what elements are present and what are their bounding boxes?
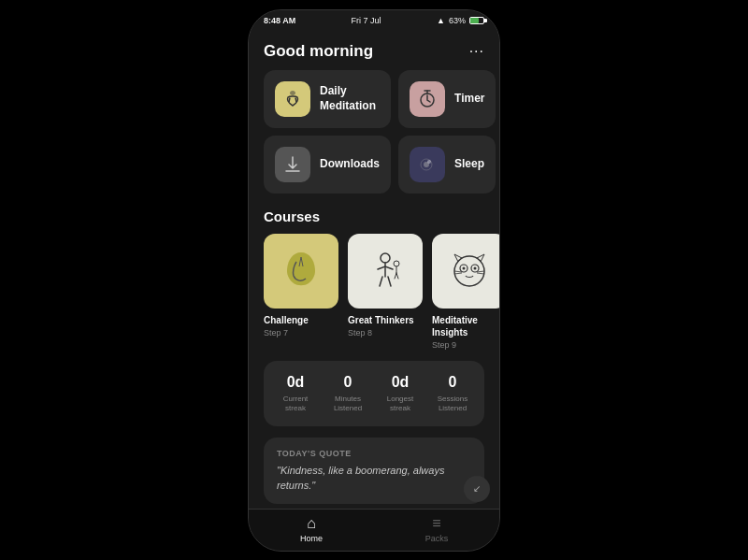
sleep-label: Sleep	[454, 157, 484, 172]
timer-icon	[410, 81, 445, 117]
daily-meditation-card[interactable]: Daily Meditation	[264, 70, 391, 128]
stats-card: 0d Current streak 0 Minutes Listened 0d …	[264, 361, 484, 427]
course-name-challenge: Challenge	[264, 314, 338, 326]
home-label: Home	[300, 534, 323, 543]
nav-home[interactable]: ⌂ Home	[249, 515, 374, 543]
status-date: Fri 7 Jul	[352, 16, 381, 25]
svg-point-4	[381, 253, 390, 263]
stat-longest-streak: 0d Longest streak	[376, 374, 424, 414]
header: Good morning ···	[249, 29, 499, 70]
home-icon: ⌂	[307, 515, 316, 532]
meditation-icon	[275, 81, 310, 117]
packs-label: Packs	[425, 534, 449, 543]
course-card-challenge[interactable]: Challenge Step 7	[264, 234, 338, 350]
stat-sessions-label: Sessions Listened	[438, 395, 468, 414]
stat-minutes-listened: 0 Minutes Listened	[324, 374, 372, 414]
downloads-label: Downloads	[320, 157, 380, 172]
wifi-icon: ▲	[437, 16, 445, 25]
course-image-challenge	[264, 234, 338, 309]
course-card-great-thinkers[interactable]: Great Thinkers Step 8	[348, 234, 423, 350]
course-step-meditative-insights: Step 9	[432, 340, 499, 350]
stat-sessions-value: 0	[449, 374, 457, 391]
courses-list[interactable]: Challenge Step 7	[249, 234, 499, 361]
svg-point-5	[394, 261, 399, 266]
status-time: 8:48 AM	[264, 16, 295, 25]
svg-point-10	[474, 266, 477, 269]
status-bar: 8:48 AM Fri 7 Jul ▲ 63%	[249, 10, 499, 29]
stat-longest-streak-value: 0d	[392, 374, 410, 391]
status-icons: ▲ 63%	[437, 16, 484, 25]
downloads-icon	[275, 147, 310, 182]
more-button[interactable]: ···	[469, 43, 484, 60]
course-card-meditative-insights[interactable]: Meditative Insights Step 9	[432, 234, 499, 350]
courses-section-title: Courses	[249, 201, 499, 234]
stat-minutes-value: 0	[344, 374, 352, 391]
stat-minutes-label: Minutes Listened	[334, 395, 362, 414]
quote-card: TODAY'S QUOTE "Kindness, like a boomeran…	[264, 438, 484, 504]
svg-point-9	[463, 266, 466, 269]
meditation-label: Daily Meditation	[320, 84, 376, 113]
phone-frame: 8:48 AM Fri 7 Jul ▲ 63% Good morning ···	[248, 9, 500, 552]
sleep-card[interactable]: Sleep	[398, 136, 496, 194]
quote-text: "Kindness, like a boomerang, always retu…	[277, 464, 471, 493]
packs-icon: ≡	[432, 515, 440, 532]
main-scroll[interactable]: Good morning ··· Daily Meditation	[249, 29, 499, 509]
floating-back-button[interactable]: ↙	[464, 476, 490, 502]
battery-icon	[469, 17, 484, 24]
course-step-great-thinkers: Step 8	[348, 328, 423, 337]
stat-current-streak: 0d Current streak	[271, 374, 320, 414]
downloads-card[interactable]: Downloads	[264, 136, 391, 194]
sleep-icon	[410, 147, 445, 182]
stat-sessions-listened: 0 Sessions Listened	[428, 374, 477, 414]
stat-longest-streak-label: Longest streak	[387, 395, 413, 414]
course-image-great-thinkers	[348, 234, 423, 309]
course-step-challenge: Step 7	[264, 328, 338, 337]
timer-label: Timer	[454, 92, 484, 107]
timer-card[interactable]: Timer	[398, 70, 496, 128]
greeting-title: Good morning	[264, 42, 373, 61]
nav-packs[interactable]: ≡ Packs	[374, 515, 499, 543]
svg-point-3	[427, 160, 431, 164]
battery-percent: 63%	[449, 16, 466, 25]
quote-title: TODAY'S QUOTE	[277, 449, 471, 458]
course-image-meditative-insights	[432, 234, 499, 309]
course-name-meditative-insights: Meditative Insights	[432, 314, 499, 338]
course-name-great-thinkers: Great Thinkers	[348, 314, 423, 326]
stat-current-streak-label: Current streak	[283, 395, 309, 414]
bottom-nav: ⌂ Home ≡ Packs	[249, 509, 499, 551]
quick-actions-grid: Daily Meditation Timer	[249, 70, 499, 201]
stat-current-streak-value: 0d	[287, 374, 305, 391]
